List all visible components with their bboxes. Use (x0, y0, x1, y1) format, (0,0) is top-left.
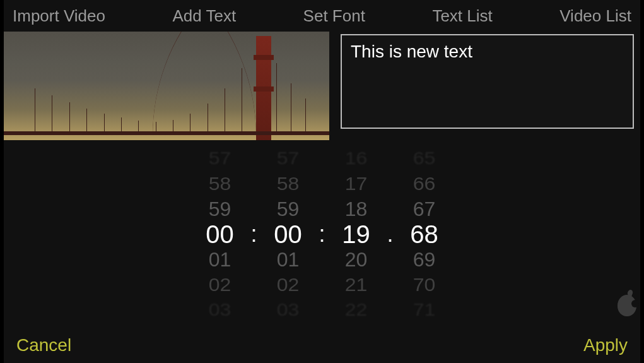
picker-option: 16 (345, 148, 368, 169)
picker-option: 18 (345, 196, 368, 222)
apply-button[interactable]: Apply (583, 335, 628, 355)
import-video-button[interactable]: Import Video (13, 6, 105, 26)
picker-option: 67 (413, 196, 436, 222)
bridge-tower-icon (256, 36, 271, 140)
picker-option: 58 (209, 172, 231, 196)
picker-selected: 00 (206, 222, 234, 247)
picker-option: 59 (209, 196, 231, 222)
picker-option: 02 (209, 273, 231, 297)
picker-frames[interactable]: 65 66 67 68 69 70 71 (400, 146, 449, 323)
picker-option: 01 (277, 247, 300, 272)
video-preview[interactable] (4, 32, 329, 140)
video-list-button[interactable]: Video List (559, 6, 631, 26)
picker-option: 58 (277, 172, 300, 196)
picker-option: 57 (209, 148, 231, 169)
picker-option: 69 (413, 247, 436, 272)
picker-option: 59 (277, 196, 300, 222)
picker-option: 21 (345, 273, 368, 297)
picker-seconds[interactable]: 16 17 18 19 20 21 22 (332, 146, 381, 323)
picker-option: 65 (413, 148, 436, 169)
separator-colon: : (249, 221, 258, 247)
picker-option: 22 (345, 299, 368, 321)
picker-hours[interactable]: 57 58 59 00 01 02 03 (195, 146, 244, 323)
picker-option: 17 (345, 172, 368, 196)
text-panel (329, 32, 640, 140)
bottom-toolbar: Cancel Apply (4, 328, 640, 363)
picker-option: 20 (345, 247, 368, 272)
picker-selected: 19 (342, 222, 370, 247)
text-list-button[interactable]: Text List (432, 6, 492, 26)
picker-selected: 00 (274, 222, 302, 247)
picker-option: 03 (277, 299, 300, 321)
picker-option: 57 (277, 148, 300, 169)
picker-option: 02 (277, 273, 300, 297)
timecode-picker: 57 58 59 00 01 02 03 : 57 58 59 00 01 02… (4, 140, 640, 328)
picker-option: 03 (209, 299, 231, 321)
picker-selected: 68 (410, 222, 438, 247)
watermark-icon (618, 295, 636, 316)
picker-minutes[interactable]: 57 58 59 00 01 02 03 (263, 146, 312, 323)
picker-option: 01 (209, 247, 231, 272)
top-toolbar: Import Video Add Text Set Font Text List… (4, 0, 640, 32)
set-font-button[interactable]: Set Font (303, 6, 365, 26)
text-input[interactable] (341, 34, 634, 129)
preview-row (4, 32, 640, 140)
add-text-button[interactable]: Add Text (172, 6, 236, 26)
picker-option: 70 (413, 273, 436, 297)
bridge-verticals-icon (29, 33, 317, 134)
separator-dot: . (386, 221, 395, 247)
separator-colon: : (317, 221, 326, 247)
picker-option: 71 (413, 299, 436, 321)
bridge-deck-icon (4, 131, 329, 135)
app-root: Import Video Add Text Set Font Text List… (0, 0, 644, 363)
cancel-button[interactable]: Cancel (16, 335, 71, 355)
picker-option: 66 (413, 172, 436, 196)
